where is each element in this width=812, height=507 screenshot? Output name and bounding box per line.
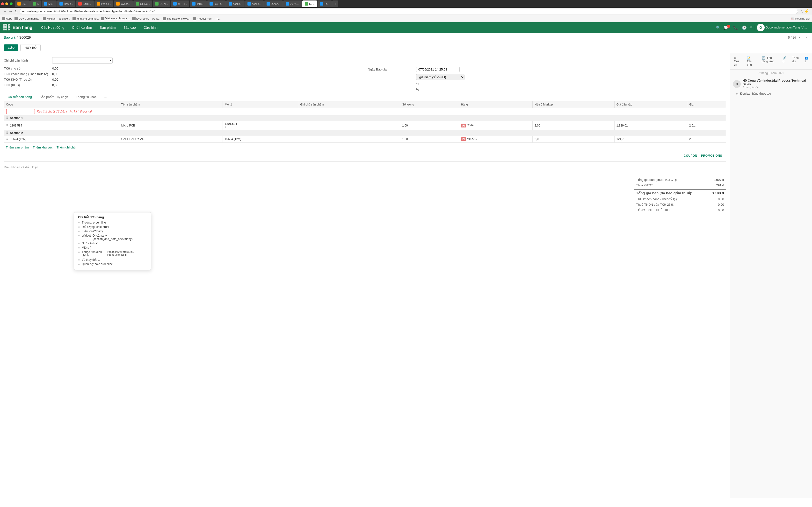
ngay-bao-gia-input[interactable] [416, 67, 460, 72]
coupon-button[interactable]: COUPON [684, 154, 697, 157]
browser-tab-4[interactable]: How t... [57, 0, 75, 7]
add-note-btn[interactable]: 📝 Ghi chú [745, 55, 758, 67]
extensions-icon[interactable]: ⚡ [804, 9, 809, 13]
browser-tab-active[interactable]: S0... [302, 0, 317, 7]
clock-icon[interactable]: 🕐 [741, 24, 748, 32]
followers-count[interactable]: 👥 2 [803, 55, 810, 67]
browser-tab-5[interactable]: GitHu... [76, 0, 94, 7]
window-controls[interactable] [1, 2, 12, 5]
pagination-next[interactable]: › [804, 35, 808, 40]
browser-tab-9[interactable]: QL N... [153, 0, 170, 7]
bookmark-label: Reading List [795, 17, 810, 20]
col-gia-dau-vao[interactable]: Giá đầu vào [614, 101, 687, 108]
bookmark-medium[interactable]: Medium – a place... [43, 17, 70, 20]
bookmark-product[interactable]: Product Hunt – Th... [193, 17, 220, 20]
chi-phi-van-hanh-select[interactable] [52, 57, 113, 64]
apps-grid-icon[interactable] [3, 24, 11, 32]
form-col-right: Ngày Báo giá giá niêm yết (VND) % [368, 67, 726, 91]
bookmark-apps[interactable]: Apps [2, 17, 12, 20]
col-hang[interactable]: Hàng [459, 101, 532, 108]
tkh-khg2-row: TKH (KHG) 0,00 [4, 83, 362, 87]
percent1-row: % [368, 82, 726, 86]
browser-tab-2[interactable]: S [30, 0, 41, 7]
tooltip-row-6: ○ Miền: [] [78, 246, 147, 249]
send-message-btn[interactable]: ✉ Gửi tin [732, 55, 743, 67]
search-top-icon[interactable]: 🔍 [714, 24, 722, 32]
tooltip-row-4: ○ Widget: One2many (section_and_note_one… [78, 234, 147, 241]
drag-handle-icon[interactable]: ⠿ [6, 137, 8, 141]
browser-tab-18[interactable]: To... [317, 0, 332, 7]
save-button[interactable]: LƯU [4, 44, 18, 51]
add-note-link[interactable]: Thêm ghi chú [57, 146, 75, 149]
col-so-luong[interactable]: Số lượng [400, 101, 459, 108]
drag-handle-icon[interactable]: ⠿ [6, 131, 8, 135]
pagination-prev[interactable]: ‹ [798, 35, 802, 40]
col-code-input[interactable] [6, 109, 35, 114]
follow-btn[interactable]: Theo dõi [790, 55, 801, 67]
col-code[interactable]: Code [4, 101, 119, 108]
cancel-button[interactable]: HỦY BỔ [20, 44, 41, 51]
chat-icon[interactable]: 💬 5 [723, 24, 731, 32]
promotions-button[interactable]: PROMOTIONS [701, 154, 722, 157]
browser-tab-16[interactable]: 20 AC... [283, 0, 302, 7]
nav-hoat-dong[interactable]: Các Hoạt động [38, 24, 67, 31]
main-area: Chi phí vận hành TKH cho số 0,00 TKH khá… [0, 53, 812, 498]
browser-tab-3[interactable]: Mu... [42, 0, 57, 7]
row1-code: ⠿ 1801.584 [4, 121, 119, 130]
browser-tab-7[interactable]: javasc... [114, 0, 133, 7]
address-input[interactable] [19, 9, 798, 14]
schedule-activity-btn[interactable]: 🔄 Lên công việc [760, 55, 777, 67]
tab-san-pham-tuy-chon[interactable]: Sản phẩm Tuỳ chọn [36, 93, 72, 101]
browser-tab-12[interactable]: kex_e... [207, 0, 226, 7]
window-close-btn[interactable] [1, 2, 4, 5]
col-mo-ta[interactable]: Mô tả [223, 101, 298, 108]
drag-handle-icon[interactable]: ⠿ [6, 124, 8, 127]
nav-cau-hinh[interactable]: Cấu hình [141, 24, 160, 31]
bookmark-tung[interactable]: tungtung-commu... [72, 17, 99, 20]
nav-san-pham[interactable]: Sản phẩm [97, 24, 118, 31]
terms-field[interactable]: Điều khoản và điều kiện... [4, 163, 726, 171]
breadcrumb-link[interactable]: Báo giá [4, 36, 15, 39]
attachment-count[interactable]: 🔗 0 [781, 55, 788, 67]
breadcrumb-current: S00029 [19, 36, 31, 39]
refresh-btn[interactable]: ↻ [14, 9, 18, 13]
tab-favicon [192, 2, 196, 6]
bookmark-reading-list[interactable]: 📖 Reading List [791, 17, 810, 20]
tab-more[interactable]: ... [100, 93, 111, 101]
nav-bao-cao[interactable]: Báo cáo [120, 24, 139, 31]
browser-tab-6[interactable]: Projec... [95, 0, 113, 7]
phone-icon[interactable]: 📞 [732, 24, 740, 32]
bookmark-dev[interactable]: DEV Community... [14, 17, 40, 20]
bookmark-viet[interactable]: Vietcetera: Đưa cả... [101, 17, 130, 20]
col-gia-cuoi[interactable]: Gi... [687, 101, 726, 108]
back-btn[interactable]: ← [3, 9, 7, 13]
browser-tab-10[interactable]: git - H... [171, 0, 190, 7]
window-min-btn[interactable] [5, 2, 8, 5]
col-ghi-chu[interactable]: Ghi chú sản phẩm [298, 101, 400, 108]
tab-chi-tiet[interactable]: Chi tiết đơn hàng [4, 93, 36, 101]
add-product-link[interactable]: Thêm sản phẩm [6, 146, 29, 149]
window-max-btn[interactable] [10, 2, 12, 5]
gia-niem-yet-select[interactable]: giá niêm yết (VND) [416, 74, 464, 80]
order-lines-container: Code Tên sản phẩm Mô tả Ghi chú sản phẩm… [4, 101, 726, 143]
bookmark-hacker[interactable]: The Hacker News... [163, 17, 190, 20]
browser-tab-14[interactable]: docke... [245, 0, 264, 7]
nav-cho-hoa-don[interactable]: Chờ hóa đơn [69, 24, 95, 31]
browser-tab-13[interactable]: docke... [226, 0, 245, 7]
tax-value: 291 đ [716, 183, 724, 187]
tab-thong-tin-khac[interactable]: Thông tin khác [72, 93, 100, 101]
star-icon[interactable]: ☆ [800, 9, 803, 13]
bookmark-evg[interactable]: EVG board – Agile... [132, 17, 160, 20]
forward-btn[interactable]: → [9, 9, 12, 13]
col-markup[interactable]: Hệ số Markup [532, 101, 615, 108]
add-section-link[interactable]: Thêm khu vực [33, 146, 52, 149]
browser-tab-1[interactable]: S0... [15, 0, 30, 7]
col-ten-san-pham[interactable]: Tên sản phẩm [119, 101, 223, 108]
close-icon[interactable]: ✕ [749, 25, 753, 30]
user-avatar[interactable]: O [757, 24, 765, 32]
drag-handle-icon[interactable]: ⠿ [6, 116, 8, 120]
browser-tab-11[interactable]: linux... [190, 0, 207, 7]
browser-tab-8[interactable]: QL Ne... [134, 0, 152, 7]
browser-tab-new[interactable]: + [332, 0, 338, 7]
browser-tab-15[interactable]: Dự án... [264, 0, 283, 7]
